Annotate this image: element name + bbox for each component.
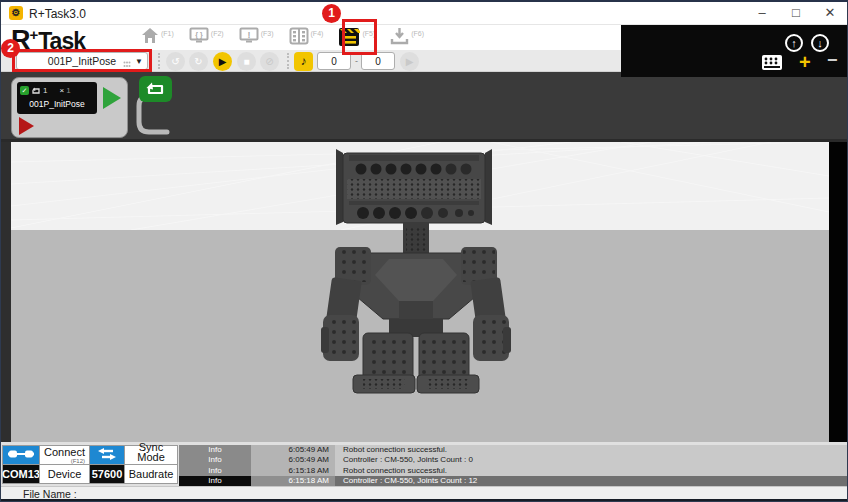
chevron-down-icon: ▼ [135, 57, 143, 66]
start-frame-input[interactable] [317, 52, 351, 70]
tab-motion[interactable]: (F5) [338, 27, 375, 49]
minimize-button[interactable]: – [745, 2, 779, 24]
robot-feet [353, 375, 479, 393]
motion-select-dropdown[interactable]: 001P_InitPose ▼ [16, 52, 148, 70]
motion-list-panel: ↑ ↓ + − [621, 25, 848, 77]
code-monitor-icon: { } [189, 27, 209, 44]
window-title: R+Task3.0 [29, 7, 86, 21]
maximize-button[interactable]: □ [779, 2, 813, 24]
log-row[interactable]: Info 6:15:18 AM Robot connection success… [179, 466, 848, 476]
svg-text:{ }: { } [195, 31, 203, 39]
motion-unit-icon[interactable] [762, 55, 782, 74]
filmstrip-icon [289, 27, 309, 45]
connector-icon [8, 446, 34, 464]
motion-unit-header: ✓ 1 × 1 001P_InitPose [17, 82, 97, 114]
tab-output-monitor[interactable]: ! (F3) [239, 27, 274, 49]
connect-button[interactable]: Connect(F12) [39, 445, 90, 465]
close-button[interactable]: ✕ [813, 2, 847, 24]
separator [158, 53, 160, 69]
play-range-button[interactable]: ▶ [400, 52, 419, 71]
music-button[interactable]: ♪ [294, 52, 313, 71]
robot-leg-right [419, 333, 469, 381]
com-port-text: COM13 [2, 468, 40, 480]
baudrate-button[interactable]: Baudrate [124, 464, 178, 484]
repeat-value: 1 [66, 86, 70, 95]
toolbar-tabs: (F1) { } (F2) ! (F3) (F4) (F5) [141, 25, 424, 50]
sync-icon-button[interactable] [89, 445, 125, 465]
end-frame-input[interactable] [361, 52, 395, 70]
robot-torso [357, 253, 475, 325]
repeat-icon [31, 81, 41, 99]
statusbar: Connect(F12) Sync Mode(F9) COM13 Device … [1, 442, 848, 486]
clapperboard-icon [338, 27, 360, 47]
stop-button[interactable]: ■ [237, 52, 256, 71]
robot-head [336, 149, 492, 225]
rtask-logo: R+Task [11, 25, 85, 51]
play-button[interactable]: ▶ [213, 52, 232, 71]
tab-media[interactable]: (F4) [289, 27, 324, 49]
separator [287, 53, 289, 69]
undo-button[interactable]: ↺ [166, 52, 185, 71]
robot-model [319, 147, 515, 403]
com-port-value[interactable]: COM13 [2, 464, 40, 484]
loop-block-button[interactable] [139, 76, 172, 102]
sync-mode-button[interactable]: Sync Mode(F9) [124, 445, 178, 465]
play-unit-icon[interactable] [103, 87, 121, 109]
motion-unit-label: 001P_InitPose [20, 99, 94, 109]
baudrate-value-text: 57600 [92, 468, 123, 480]
log-table: Info 6:05:49 AM Robot connection success… [179, 445, 848, 486]
footer: File Name : [1, 486, 848, 499]
logo-plus: + [30, 26, 39, 43]
home-icon [141, 27, 159, 44]
record-unit-icon[interactable] [19, 117, 34, 135]
tab-shortcut: (F1) [161, 30, 174, 37]
app-icon: ⚙ [9, 6, 23, 20]
times-symbol[interactable]: × [59, 86, 64, 95]
log-row[interactable]: Info 6:05:49 AM Robot connection success… [179, 445, 848, 455]
unit-grid-icon [123, 58, 131, 65]
motion-unit-block[interactable]: ✓ 1 × 1 001P_InitPose [11, 77, 128, 138]
loop-count: 1 [43, 86, 47, 95]
viewport-wrap [1, 142, 848, 442]
redo-button[interactable]: ↻ [189, 52, 208, 71]
sync-label: Sync Mode [137, 441, 165, 463]
rtask-window: ⚙ R+Task3.0 – □ ✕ R+Task (F1) { } (F2) !… [0, 0, 848, 502]
viewport-3d[interactable] [11, 142, 829, 442]
alert-monitor-icon: ! [239, 27, 259, 44]
log-row[interactable]: Info 6:05:49 AM Controller : CM-550, Joi… [179, 455, 848, 465]
connect-icon-button[interactable] [2, 445, 40, 465]
move-up-button[interactable]: ↑ [785, 34, 803, 52]
baudrate-label: Baudrate [129, 468, 174, 480]
download-icon [390, 27, 409, 45]
tab-shortcut: (F4) [311, 30, 324, 37]
motion-unit-panel: ✓ 1 × 1 001P_InitPose [1, 72, 848, 142]
sync-icon [96, 446, 118, 464]
tab-shortcut: (F6) [411, 30, 424, 37]
range-separator: - [355, 56, 358, 66]
checkbox-icon[interactable]: ✓ [20, 86, 29, 95]
baudrate-value[interactable]: 57600 [89, 464, 125, 484]
svg-text:!: ! [247, 29, 250, 39]
add-unit-button[interactable]: + [799, 51, 811, 74]
motion-select-value: 001P_InitPose [48, 55, 116, 67]
motion-toolbar: 001P_InitPose ▼ ↺ ↻ ▶ ■ ⊘ ♪ - ▶ [1, 50, 621, 72]
cancel-button[interactable]: ⊘ [260, 52, 279, 71]
tab-home[interactable]: (F1) [141, 27, 174, 49]
tab-shortcut: (F3) [261, 30, 274, 37]
viewport-scrollbar[interactable] [829, 142, 847, 442]
device-button[interactable]: Device [39, 464, 90, 484]
remove-unit-button[interactable]: − [827, 50, 838, 71]
tab-download[interactable]: (F6) [390, 27, 424, 49]
robot-leg-left [363, 333, 413, 381]
tab-program[interactable]: { } (F2) [189, 27, 224, 49]
tab-shortcut: (F5) [362, 30, 375, 37]
tab-shortcut: (F2) [211, 30, 224, 37]
log-row-selected[interactable]: Info 6:15:18 AM Controller : CM-550, Joi… [179, 476, 848, 486]
device-label: Device [48, 468, 82, 480]
titlebar: ⚙ R+Task3.0 – □ ✕ [1, 2, 848, 25]
